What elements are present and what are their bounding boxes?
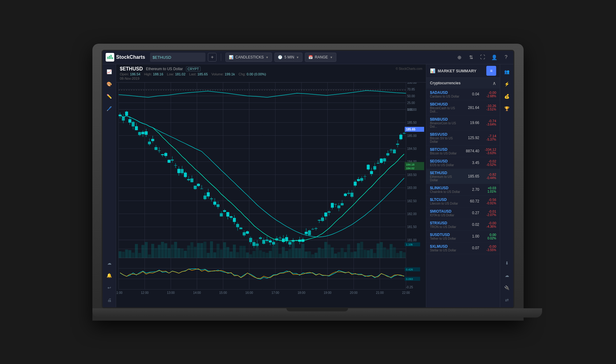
main-content: 📈 🎨 ✏️ 🖊️ ☁ 🔔 ↩ 🖨 $ETHUSD Ethereum	[103, 64, 513, 307]
help-button[interactable]: ?	[502, 53, 510, 62]
market-item[interactable]: $BNBUSD BinanceCoin to US Dol... 19.66 -…	[426, 115, 500, 130]
right-panel: 📊 MARKET SUMMARY ≡ Cryptocurrencies ∧ $A…	[426, 64, 500, 307]
laptop-screen: StockCharts + 📊 CANDLESTICKS ▼ 🕐 5 MIN ▼	[102, 50, 514, 308]
divider-1	[221, 54, 221, 61]
timeframe-caret: ▼	[296, 56, 299, 59]
market-item[interactable]: $BSVUSD Bitcoin SV to US Dollar 125.92 -…	[426, 130, 500, 146]
calendar-icon: 📅	[308, 55, 313, 59]
market-item[interactable]: $TRXUSD TRON to US Dollar 0.02 -0.00 -4.…	[426, 219, 500, 231]
rightbar-plug-icon[interactable]: 🔌	[502, 283, 512, 293]
chart-type-label: CANDLESTICKS	[235, 55, 264, 59]
laptop-frame: StockCharts + 📊 CANDLESTICKS ▼ 🕐 5 MIN ▼	[92, 44, 524, 321]
market-item-name: Stellar to US Dollar	[430, 249, 461, 252]
market-item-left: $TRXUSD TRON to US Dollar	[430, 221, 461, 229]
left-sidebar: 📈 🎨 ✏️ 🖊️ ☁ 🔔 ↩ 🖨	[103, 64, 116, 307]
market-item[interactable]: $BTCUSD Bitcoin to US Dollar 8874.40 -33…	[426, 146, 500, 157]
market-item-symbol: $LINKUSD	[430, 186, 461, 190]
market-item-symbol: $BCHUSD	[430, 102, 461, 106]
symbol-input[interactable]	[152, 55, 203, 60]
market-item-left: $BTCUSD Bitcoin to US Dollar	[430, 147, 461, 155]
market-item[interactable]: $LTCUSD Litecoin to US Dollar 60.72 -0.5…	[426, 196, 500, 207]
rightbar-coin-icon[interactable]: 💰	[502, 91, 512, 101]
market-item-price: 19.66	[461, 121, 479, 125]
market-item[interactable]: $EOSUSD EOS to US Dollar 3.45 -0.02 -0.5…	[426, 157, 500, 169]
sidebar-pen-icon[interactable]: 🖊️	[104, 104, 114, 114]
market-item[interactable]: $USDTUSD Tether to US Dollar 1.00 0.00 0…	[426, 231, 500, 242]
change-value: 0.00	[479, 233, 496, 237]
market-summary-content[interactable]: Cryptocurrencies ∧ $ADAUSD Cardano to US…	[426, 78, 500, 307]
logo-icon	[106, 53, 114, 62]
app-container: StockCharts + 📊 CANDLESTICKS ▼ 🕐 5 MIN ▼	[103, 51, 513, 307]
market-item[interactable]: $XLMUSD Stellar to US Dollar 0.07 -0.00 …	[426, 242, 500, 254]
section-toggle[interactable]: ∧	[492, 80, 496, 86]
market-item-symbol: $BTCUSD	[430, 147, 461, 152]
rightbar-people-icon[interactable]: 👥	[502, 67, 512, 77]
rightbar-transfer-icon[interactable]: ⇄	[502, 295, 512, 305]
market-item-symbol: $EOSUSD	[430, 159, 461, 163]
navbar-right: ⊕ ⇅ ⛶ 👤 ?	[455, 53, 510, 62]
market-item-name: BitcoinCash to US Doll...	[430, 106, 461, 113]
svg-rect-1	[109, 56, 110, 59]
market-item-name: Tether to US Dollar	[430, 237, 461, 240]
sidebar-bell-icon[interactable]: 🔔	[104, 270, 114, 280]
fullscreen-button[interactable]: ⛶	[478, 53, 487, 62]
range-button[interactable]: 📅 RANGE ▼	[305, 53, 336, 62]
chart-ohlc: Open: 186.54 High: 188.16 Low: 181.02	[120, 72, 422, 76]
change-value: -0.00	[479, 91, 496, 94]
symbol-search-wrapper[interactable]	[150, 53, 205, 62]
market-item-price: 281.64	[461, 106, 479, 110]
panel-tab-active[interactable]: ≡	[486, 66, 496, 76]
ohlc-high: High: 188.16	[144, 72, 163, 76]
rightbar-cloud-down-icon[interactable]: ⬇	[502, 258, 512, 268]
svg-rect-0	[107, 57, 108, 59]
sidebar-palette-icon[interactable]: 🎨	[104, 79, 114, 89]
sidebar-print-icon[interactable]: 🖨	[104, 295, 114, 305]
crosshair-button[interactable]: ⊕	[455, 53, 464, 62]
market-item-symbol: $BNBUSD	[430, 117, 461, 122]
right-icon-bar: 👥 ⚡ 💰 🏆 ⬇ ☁ 🔌 ⇄	[500, 64, 513, 307]
change-value: -0.00	[479, 221, 496, 225]
market-item-name: Bitcoin to US Dollar	[430, 152, 461, 155]
range-label: RANGE	[315, 55, 328, 59]
chart-type-button[interactable]: 📊 CANDLESTICKS ▼	[225, 53, 272, 62]
change-pct: 1.01%	[479, 190, 496, 193]
market-item-symbol: $LTCUSD	[430, 198, 461, 202]
ohlc-volume: Volume: 199.1k	[212, 72, 235, 76]
logo-text: StockCharts	[116, 54, 145, 60]
market-item-change: -7.14 -5.37%	[479, 134, 496, 141]
change-value: -10.26	[479, 104, 496, 108]
sidebar-pencil-icon[interactable]: ✏️	[104, 91, 114, 101]
market-item[interactable]: $BCHUSD BitcoinCash to US Doll... 281.64…	[426, 100, 500, 115]
rightbar-filter-icon[interactable]: ⚡	[502, 79, 512, 89]
change-value: -0.74	[479, 119, 496, 123]
change-value: -0.56	[479, 198, 496, 202]
chart-canvas-wrapper[interactable]	[116, 82, 426, 307]
market-item-name: Ethereum to US Dollar	[430, 175, 461, 182]
chart-title-row: $ETHUSD Ethereum to US Dollar CRYPT © St…	[120, 66, 422, 72]
timeframe-button[interactable]: 🕐 5 MIN ▼	[274, 53, 302, 62]
market-item[interactable]: $ETHUSD Ethereum to US Dollar 185.65 -0.…	[426, 169, 500, 184]
ohlc-chg: Chg: 0.00 (0.00%)	[238, 72, 266, 76]
rightbar-cloud-icon[interactable]: ☁	[502, 270, 512, 280]
sidebar-upload-icon[interactable]: ☁	[104, 258, 114, 268]
market-item[interactable]: $ADAUSD Cardano to US Dollar 0.04 -0.00 …	[426, 89, 500, 100]
market-item[interactable]: $MIOTAUSD IOTA to US Dollar 0.27 -0.01 -…	[426, 207, 500, 219]
market-item-name: EOS to US Dollar	[430, 163, 461, 167]
market-item[interactable]: $LINKUSD Chainlink to US Dollar 2.70 +0.…	[426, 184, 500, 196]
rightbar-trophy-icon[interactable]: 🏆	[502, 104, 512, 114]
market-section-header: Cryptocurrencies ∧	[426, 78, 500, 89]
market-item-price: 2.70	[461, 187, 479, 192]
chart-name: Ethereum to US Dollar	[146, 67, 183, 71]
main-chart-canvas[interactable]	[116, 82, 426, 307]
add-symbol-button[interactable]: +	[208, 53, 217, 62]
sidebar-share-icon[interactable]: ↩	[104, 283, 114, 293]
sidebar-chart-icon[interactable]: 📈	[104, 67, 114, 77]
market-item-left: $ADAUSD Cardano to US Dollar	[430, 90, 461, 98]
compare-button[interactable]: ⇅	[467, 53, 475, 62]
market-item-change: -0.00 -3.55%	[479, 245, 496, 252]
market-item-left: $XLMUSD Stellar to US Dollar	[430, 244, 461, 252]
change-pct: -0.91%	[479, 202, 496, 205]
account-button[interactable]: 👤	[490, 53, 499, 62]
market-item-name: Litecoin to US Dollar	[430, 202, 461, 205]
market-item-price: 0.02	[461, 222, 479, 227]
